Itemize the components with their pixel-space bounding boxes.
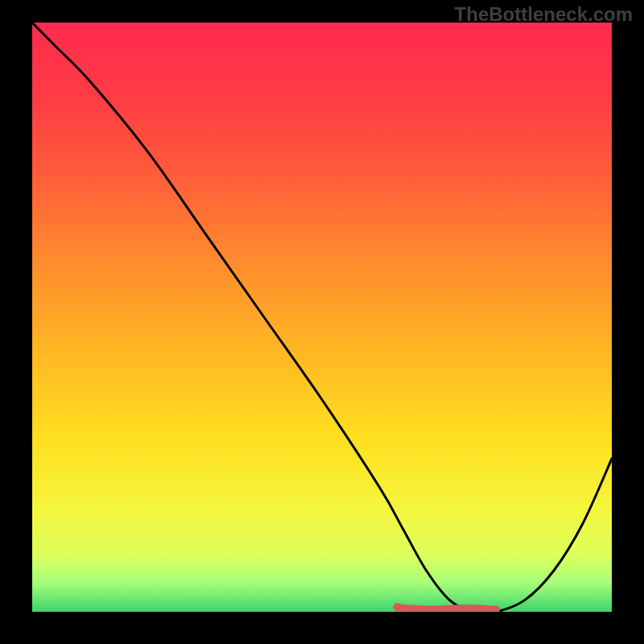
- chart-svg: [32, 23, 612, 612]
- flat-region-marker: [398, 607, 496, 609]
- watermark-text: TheBottleneck.com: [455, 3, 633, 26]
- flat-region-dot-left: [394, 603, 402, 611]
- plot-area: [32, 23, 612, 612]
- background-gradient: [32, 23, 612, 612]
- chart-container: TheBottleneck.com: [0, 0, 644, 644]
